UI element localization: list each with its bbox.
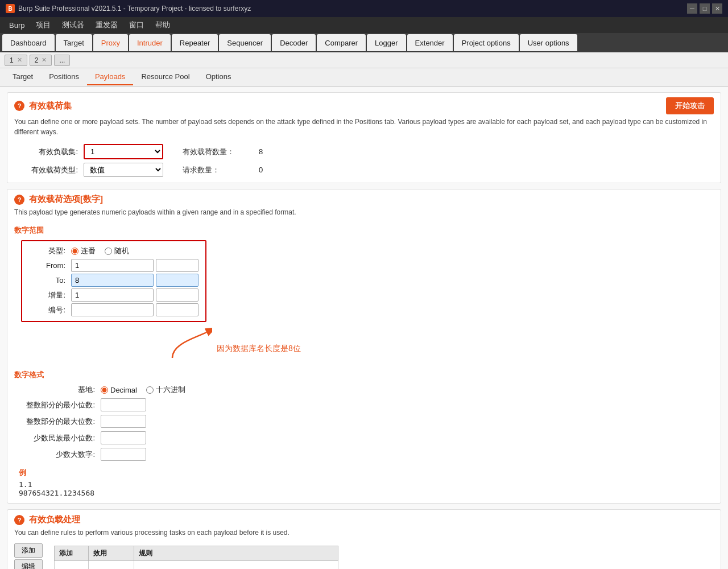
tab-logger[interactable]: Logger <box>367 34 406 51</box>
section-tab-options[interactable]: Options <box>198 69 239 85</box>
to-label: To: <box>29 276 69 284</box>
radio-hex[interactable] <box>146 386 154 394</box>
tab-dashboard[interactable]: Dashboard <box>2 34 55 51</box>
encoding-label: 编号: <box>29 305 69 315</box>
payload-set-help-icon[interactable]: ? <box>14 101 24 111</box>
edit-rule-button[interactable]: 编辑 <box>14 559 43 569</box>
app-icon: B <box>6 4 15 13</box>
payload-type-select[interactable]: 数值 Simple list <box>84 163 163 177</box>
min-frac-label: 少数民族最小位数: <box>19 433 98 443</box>
radio-hex-label[interactable]: 十六进制 <box>146 385 185 395</box>
menu-tester[interactable]: 测试器 <box>57 18 89 32</box>
radio-random-label[interactable]: 随机 <box>105 246 129 256</box>
payload-count-value: 8 <box>259 147 327 156</box>
arrow-annotation-area: 因为数据库名长度是8位 <box>7 327 721 366</box>
radio-random[interactable] <box>105 248 112 255</box>
processing-table: 添加 效用 规则 <box>54 546 338 569</box>
max-frac-input[interactable] <box>101 448 146 461</box>
base-label: 基地: <box>19 385 98 395</box>
section-tab-positions[interactable]: Positions <box>41 69 87 85</box>
to-input[interactable] <box>71 274 154 287</box>
payload-set-select[interactable]: 1 2 <box>84 144 163 159</box>
range-red-box: 类型: 连番 随机 From: <box>21 240 206 322</box>
step-label: 增量: <box>29 290 69 300</box>
radio-decimal-label[interactable]: Decimal <box>101 386 137 394</box>
menu-burp[interactable]: Burp <box>5 19 29 31</box>
section-tab-resource-pool[interactable]: Resource Pool <box>133 69 197 85</box>
min-frac-input[interactable] <box>101 431 146 444</box>
tab-sequencer[interactable]: Sequencer <box>219 34 271 51</box>
example-section: 例 1.1 987654321.1234568 <box>7 465 721 503</box>
menu-project[interactable]: 项目 <box>31 18 55 32</box>
payload-options-help-icon[interactable]: ? <box>14 195 24 205</box>
close-subtab-2-icon[interactable]: ✕ <box>42 56 47 64</box>
encoding-input-2[interactable] <box>156 303 198 316</box>
menu-window[interactable]: 窗口 <box>125 18 148 32</box>
radio-sequential[interactable] <box>71 248 78 255</box>
payload-options-description: This payload type generates numeric payl… <box>7 207 721 222</box>
nav-tabs: Dashboard Target Proxy Intruder Repeater… <box>0 33 728 52</box>
tab-project-options[interactable]: Project options <box>454 34 519 51</box>
section-tabs: Target Positions Payloads Resource Pool … <box>0 68 728 86</box>
processing-description: You can define rules to perform various … <box>7 527 721 541</box>
from-input[interactable] <box>71 259 154 272</box>
to-input-2[interactable] <box>156 274 198 287</box>
payload-set-label: 有效负载集: <box>19 147 81 157</box>
annotation-text: 因为数据库名长度是8位 <box>217 344 301 354</box>
col-effect: 效用 <box>89 546 134 561</box>
section-tab-target[interactable]: Target <box>5 69 41 85</box>
from-label: From: <box>29 261 69 270</box>
window-title: Burp Suite Professional v2021.5.1 - Temp… <box>18 5 251 13</box>
tab-target[interactable]: Target <box>56 34 92 51</box>
request-count-value: 0 <box>259 166 327 174</box>
subtab-more[interactable]: ... <box>54 55 70 66</box>
tab-extender[interactable]: Extender <box>407 34 453 51</box>
start-attack-button[interactable]: 开始攻击 <box>666 97 714 114</box>
payload-set-description: You can define one or more payload sets.… <box>7 117 721 142</box>
subtab-2[interactable]: 2 ✕ <box>30 55 52 66</box>
type-label: 类型: <box>29 246 69 256</box>
example-line2: 987654321.1234568 <box>19 489 709 497</box>
tab-user-options[interactable]: User options <box>520 34 577 51</box>
payload-options-section: ? 有效载荷选项[数字] This payload type generates… <box>7 189 721 504</box>
radio-sequential-label[interactable]: 连番 <box>71 246 96 256</box>
tab-intruder[interactable]: Intruder <box>129 34 171 51</box>
menu-repeater[interactable]: 重发器 <box>91 18 122 32</box>
section-tab-payloads[interactable]: Payloads <box>87 69 133 85</box>
payload-type-label: 有效载荷类型: <box>19 165 81 175</box>
example-title: 例 <box>19 468 709 478</box>
title-bar: B Burp Suite Professional v2021.5.1 - Te… <box>0 0 728 17</box>
col-add: 添加 <box>55 546 89 561</box>
processing-buttons: 添加 编辑 删除 <box>14 543 43 569</box>
minimize-button[interactable]: ─ <box>687 3 697 14</box>
subtab-1[interactable]: 1 ✕ <box>5 55 27 66</box>
step-input-2[interactable] <box>156 288 198 302</box>
arrow-svg <box>167 327 212 361</box>
radio-decimal[interactable] <box>101 386 108 394</box>
processing-title: 有效负载处理 <box>29 514 80 525</box>
processing-table-area: 添加 编辑 删除 添加 效用 规则 <box>7 541 721 569</box>
add-rule-button[interactable]: 添加 <box>14 543 43 558</box>
main-content: ? 有效载荷集 开始攻击 You can define one or more … <box>0 86 728 569</box>
processing-help-icon[interactable]: ? <box>14 515 24 525</box>
menu-help[interactable]: 帮助 <box>151 18 175 32</box>
close-button[interactable]: ✕ <box>712 3 722 14</box>
min-int-input[interactable] <box>101 398 146 411</box>
payload-count-label: 有效载荷数量： <box>183 147 257 157</box>
encoding-input[interactable] <box>71 303 154 316</box>
payload-set-section: ? 有效载荷集 开始攻击 You can define one or more … <box>7 92 721 183</box>
col-rule: 规则 <box>134 546 338 561</box>
from-input-2[interactable] <box>156 259 198 272</box>
tab-decoder[interactable]: Decoder <box>272 34 316 51</box>
close-subtab-1-icon[interactable]: ✕ <box>17 56 22 64</box>
tab-repeater[interactable]: Repeater <box>172 34 218 51</box>
subtab-bar: 1 ✕ 2 ✕ ... <box>0 52 728 68</box>
tab-comparer[interactable]: Comparer <box>317 34 366 51</box>
numeric-range-title: 数字范围 <box>7 222 721 238</box>
max-int-input[interactable] <box>101 415 146 428</box>
payload-processing-section: ? 有效负载处理 You can define rules to perform… <box>7 509 721 569</box>
tab-proxy[interactable]: Proxy <box>93 34 128 51</box>
max-frac-label: 少数大数字: <box>19 450 98 460</box>
maximize-button[interactable]: □ <box>700 3 710 14</box>
step-input[interactable] <box>71 288 154 302</box>
